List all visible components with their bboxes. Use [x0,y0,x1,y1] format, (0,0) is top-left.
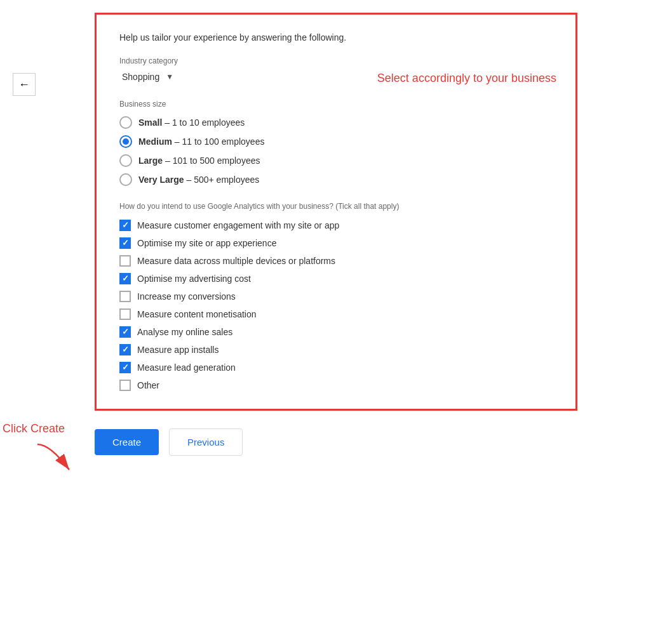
checkbox-label-other: Other [137,380,159,390]
industry-select[interactable]: Shopping ▼ [119,69,173,84]
radio-very-large[interactable]: Very Large – 500+ employees [119,173,553,186]
radio-label-large: Large – 101 to 500 employees [138,156,260,166]
checkbox-label-monetisation: Measure content monetisation [137,309,257,319]
checkbox-box-measure-engagement: ✓ [119,220,131,231]
checkbox-label-advertising: Optimise my advertising cost [137,274,251,284]
back-arrow-button[interactable]: ← [13,73,36,96]
radio-large[interactable]: Large – 101 to 500 employees [119,154,553,167]
business-size-radio-group: Small – 1 to 10 employees Medium – 11 to… [119,116,553,186]
radio-circle-large [119,154,132,167]
annotation-select-industry: Select accordingly to your business [377,72,556,85]
form-intro-text: Help us tailor your experience by answer… [119,32,553,43]
checkbox-check-online-sales: ✓ [122,328,129,336]
checkbox-optimise-experience[interactable]: ✓ Optimise my site or app experience [119,237,553,249]
create-button[interactable]: Create [95,429,159,455]
checkbox-online-sales[interactable]: ✓ Analyse my online sales [119,326,553,338]
radio-medium[interactable]: Medium – 11 to 100 employees [119,135,553,148]
checkbox-check-optimise-experience: ✓ [122,239,129,247]
radio-label-small: Small – 1 to 10 employees [138,117,245,128]
checkbox-other[interactable]: Other [119,380,553,391]
checkbox-label-app-installs: Measure app installs [137,345,218,355]
radio-label-very-large: Very Large – 500+ employees [138,175,259,185]
checkbox-check-measure-engagement: ✓ [122,221,129,229]
checkbox-check-lead-gen: ✓ [122,363,129,371]
industry-dropdown-icon: ▼ [166,72,173,81]
checkbox-label-optimise-experience: Optimise my site or app experience [137,238,276,248]
checkbox-box-conversions [119,291,131,302]
checkbox-label-lead-gen: Measure lead generation [137,362,236,373]
main-content: Select accordingly to your business Help… [95,13,577,456]
radio-small[interactable]: Small – 1 to 10 employees [119,116,553,129]
checkbox-check-advertising: ✓ [122,274,129,282]
checkbox-box-optimise-experience: ✓ [119,237,131,249]
checkbox-label-conversions: Increase my conversions [137,291,236,302]
industry-selected-value: Shopping [119,69,165,84]
radio-label-medium: Medium – 11 to 100 employees [138,136,264,147]
back-arrow-icon: ← [18,78,30,91]
checkbox-label-online-sales: Analyse my online sales [137,327,232,337]
checkbox-group: ✓ Measure customer engagement with my si… [119,220,553,391]
checkbox-box-advertising: ✓ [119,273,131,284]
checkbox-conversions[interactable]: Increase my conversions [119,291,553,302]
checkbox-app-installs[interactable]: ✓ Measure app installs [119,344,553,355]
checkbox-box-multidevice [119,255,131,267]
checkbox-label-measure-engagement: Measure customer engagement with my site… [137,220,339,230]
checkbox-monetisation[interactable]: Measure content monetisation [119,308,553,320]
annotation-arrow [31,441,82,479]
checkbox-lead-gen[interactable]: ✓ Measure lead generation [119,362,553,373]
previous-button[interactable]: Previous [169,428,243,456]
radio-inner-medium [123,138,129,145]
checkbox-question: How do you intend to use Google Analytic… [119,201,553,212]
checkbox-advertising[interactable]: ✓ Optimise my advertising cost [119,273,553,284]
checkbox-box-lead-gen: ✓ [119,362,131,373]
radio-circle-medium [119,135,132,148]
business-size-label: Business size [119,100,553,109]
bottom-area: Click Create Create Previous [95,428,577,456]
radio-circle-very-large [119,173,132,186]
checkbox-multidevice[interactable]: Measure data across multiple devices or … [119,255,553,267]
checkbox-box-monetisation [119,308,131,320]
radio-circle-small [119,116,132,129]
page-wrapper: ← Select accordingly to your business He… [0,0,672,617]
checkbox-box-other [119,380,131,391]
annotation-click-create: Click Create [3,422,65,435]
checkbox-measure-engagement[interactable]: ✓ Measure customer engagement with my si… [119,220,553,231]
form-container: Select accordingly to your business Help… [95,13,577,411]
checkbox-label-multidevice: Measure data across multiple devices or … [137,256,335,266]
checkbox-box-app-installs: ✓ [119,344,131,355]
industry-label: Industry category [119,56,553,65]
checkbox-box-online-sales: ✓ [119,326,131,338]
checkbox-check-app-installs: ✓ [122,345,129,354]
